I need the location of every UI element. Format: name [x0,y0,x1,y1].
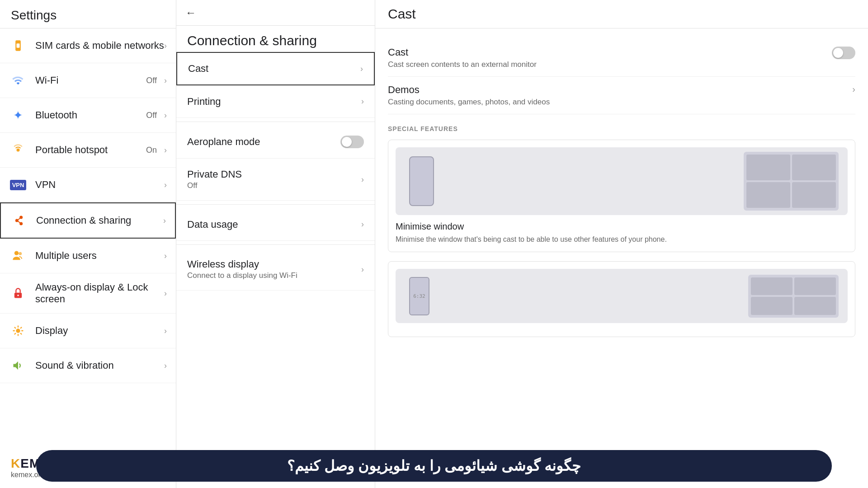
divider-3 [176,244,375,245]
sidebar-item-multiple-users[interactable]: Multiple users › [0,239,176,273]
settings-title: Settings [0,0,176,28]
printing-chevron-icon: › [361,97,364,106]
sidebar-item-vpn-right: › [164,180,167,190]
cast-setting-item: Cast Cast screen contents to an external… [388,39,855,77]
second-feature-card: 6:32 [388,261,855,337]
special-features-label: SPECIAL FEATURES [388,125,855,132]
main-container: Settings SIM cards & mobile networks › [0,0,868,488]
cast-item[interactable]: Cast › [176,52,375,85]
svg-rect-1 [17,43,20,47]
sidebar-item-lock-screen[interactable]: Always-on display & Lock screen › [0,273,176,314]
cast-toggle-right [832,47,855,59]
phone-time: 6:32 [413,293,425,299]
sidebar-item-vpn[interactable]: VPN VPN › [0,168,176,202]
data-usage-item-content: Data usage [187,219,361,230]
sidebar-item-connection-sharing-text: Connection & sharing [36,215,163,226]
middle-panel-title: Connection & sharing [187,33,364,48]
lock-screen-chevron-icon: › [164,289,167,298]
sidebar-item-connection-sharing-right: › [163,216,166,225]
aeroplane-toggle[interactable] [340,136,364,148]
minimise-window-mockup-2: 6:32 [396,269,848,323]
divider-2 [176,204,375,205]
vpn-chevron-icon: › [164,180,167,190]
private-dns-item[interactable]: Private DNS Off › [176,159,375,201]
demos-chevron-right: › [852,84,855,94]
right-panel: Cast Cast Cast screen contents to an ext… [375,0,868,488]
back-button[interactable]: ← [185,6,196,19]
screen-cell-2 [792,155,836,180]
screen-cell-1 [746,155,790,180]
connection-sharing-icon [10,211,28,230]
sidebar-item-wifi-text: Wi-Fi [35,75,146,86]
wifi-chevron-icon: › [164,76,167,85]
screen-cell-4 [792,182,836,208]
screen-cell-3 [746,182,790,208]
aeroplane-item-content: Aeroplane mode [187,136,340,148]
sidebar-item-sim-right: › [164,41,167,51]
vpn-icon: VPN [9,176,27,194]
wireless-display-item[interactable]: Wireless display Connect to a display us… [176,249,375,291]
hotspot-icon [9,141,27,159]
bottom-banner: چگونه گوشی شیائومی را به تلویزیون وصل کن… [36,450,832,482]
sidebar-item-lock-screen-text: Always-on display & Lock screen [35,282,164,305]
multiple-users-chevron-icon: › [164,251,167,261]
wireless-display-item-content: Wireless display Connect to a display us… [187,258,361,280]
aeroplane-item[interactable]: Aeroplane mode [176,126,375,159]
svg-point-8 [14,251,19,255]
sidebar-item-hotspot-text: Portable hotspot [35,144,146,156]
bottom-banner-text: چگونه گوشی شیائومی را به تلویزیون وصل کن… [287,458,580,474]
sidebar: Settings SIM cards & mobile networks › [0,0,176,488]
connection-sharing-chevron-icon: › [163,216,166,225]
sidebar-item-vpn-text: VPN [35,179,164,191]
svg-point-9 [19,252,22,255]
sidebar-item-connection-sharing[interactable]: Connection & sharing › [0,202,176,239]
svg-line-7 [18,221,20,223]
sidebar-item-display-right: › [164,326,167,336]
sidebar-item-sim[interactable]: SIM cards & mobile networks › [0,28,176,63]
hotspot-chevron-icon: › [164,145,167,155]
mockup-phone-1 [409,156,434,206]
bluetooth-chevron-icon: › [164,111,167,120]
sidebar-item-bluetooth[interactable]: ✦ Bluetooth Off › [0,98,176,133]
sidebar-item-multiple-users-text: Multiple users [35,250,164,262]
sim-chevron-icon: › [164,41,167,51]
right-panel-title: Cast [388,6,855,22]
sidebar-item-sim-text: SIM cards & mobile networks [35,40,164,52]
screen2-cell-1 [751,277,793,296]
sidebar-item-bluetooth-right: Off › [146,111,167,120]
mockup-phone-2: 6:32 [409,277,429,315]
display-chevron-icon: › [164,326,167,336]
mockup-screen-2 [748,275,839,318]
private-dns-item-content: Private DNS Off [187,169,361,190]
middle-panel: ← Connection & sharing Cast › Printing ›… [176,0,375,488]
cast-chevron-icon: › [360,64,363,74]
middle-header: ← [176,0,375,26]
svg-point-12 [16,328,20,333]
sidebar-item-sound[interactable]: Sound & vibration › [0,348,176,383]
lock-screen-icon [9,284,27,302]
sidebar-item-wifi[interactable]: Wi-Fi Off › [0,63,176,98]
minimise-window-card: Minimise window Minimise the window that… [388,140,855,252]
minimise-window-mockup [396,147,848,215]
cast-toggle[interactable] [832,47,855,59]
bluetooth-icon: ✦ [9,106,27,124]
sidebar-item-display-text: Display [35,325,164,337]
sidebar-item-wifi-right: Off › [146,76,167,85]
divider-1 [176,122,375,122]
sidebar-item-sound-text: Sound & vibration [35,360,164,371]
cast-setting-content: Cast Cast screen contents to an external… [388,47,823,69]
printing-item[interactable]: Printing › [176,85,375,118]
data-usage-chevron-icon: › [361,220,364,229]
mockup-screen-1 [744,152,839,211]
wireless-display-chevron-icon: › [361,265,364,274]
sim-icon [9,37,27,55]
demos-chevron-icon: › [852,84,855,94]
sidebar-item-lock-screen-right: › [164,289,167,298]
printing-item-content: Printing [187,96,361,108]
data-usage-item[interactable]: Data usage › [176,208,375,241]
multiple-users-icon [9,247,27,265]
sidebar-item-hotspot[interactable]: Portable hotspot On › [0,133,176,168]
demos-item[interactable]: Demos Casting documents, games, photos, … [388,77,855,114]
sidebar-item-display[interactable]: Display › [0,314,176,348]
svg-line-6 [18,218,20,220]
